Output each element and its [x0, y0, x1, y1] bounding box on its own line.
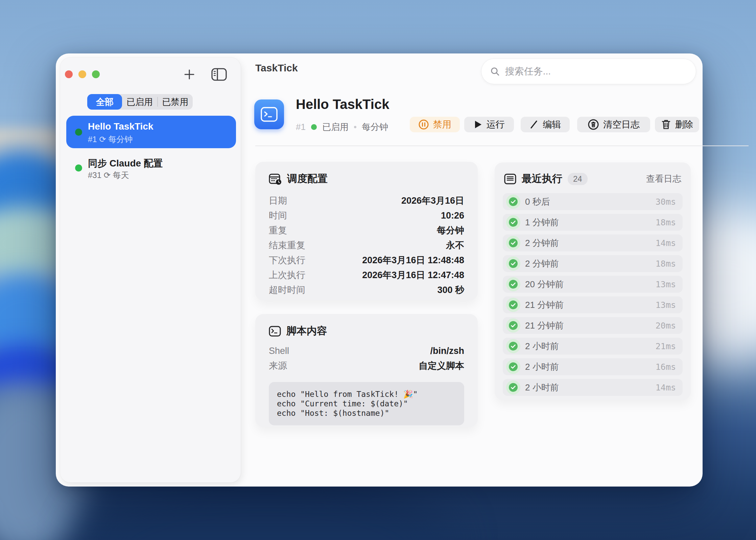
- execution-row[interactable]: 0 秒后 30ms: [503, 193, 683, 210]
- task-item-subtitle: #1 ⟳ 每分钟: [88, 134, 133, 145]
- add-task-button[interactable]: [182, 68, 197, 81]
- close-window-button[interactable]: [65, 70, 73, 78]
- task-status: 已启用: [322, 121, 349, 133]
- view-logs-link[interactable]: 查看日志: [646, 173, 681, 185]
- task-item-title: Hello TaskTick: [88, 121, 153, 132]
- row-value: 2026年3月16日: [401, 195, 464, 207]
- task-filter-segmented-control: 全部 已启用 已禁用: [87, 94, 193, 110]
- success-check-icon: [506, 277, 520, 291]
- execution-row[interactable]: 2 小时前 21ms: [503, 338, 683, 355]
- success-check-icon: [506, 195, 520, 209]
- executions-count-badge: 24: [568, 173, 588, 185]
- success-check-icon: [506, 256, 520, 271]
- run-button[interactable]: 运行: [464, 117, 514, 132]
- task-id: #1: [296, 122, 306, 132]
- execution-duration: 14ms: [656, 238, 676, 248]
- execution-time: 21 分钟前: [525, 320, 564, 332]
- task-app-icon: [254, 99, 284, 129]
- task-list-item-hello-tasktick[interactable]: Hello TaskTick #1 ⟳ 每分钟: [66, 116, 236, 148]
- execution-duration: 18ms: [656, 259, 676, 269]
- sidebar-icon: [211, 68, 227, 81]
- tab-enabled-label: 已启用: [126, 96, 153, 108]
- script-code-block: echo "Hello from TaskTick! 🎉" echo "Curr…: [269, 382, 464, 425]
- run-button-label: 运行: [487, 118, 505, 131]
- app-title: TaskTick: [255, 62, 298, 74]
- row-value: 10:26: [441, 210, 464, 221]
- success-check-icon: [506, 360, 520, 374]
- execution-row[interactable]: 21 分钟前 20ms: [503, 317, 683, 334]
- toggle-sidebar-button[interactable]: [210, 68, 228, 81]
- row-label: 时间: [269, 209, 287, 222]
- terminal-small-icon: [269, 326, 281, 337]
- terminal-icon: [260, 106, 278, 122]
- task-item-subtitle: #31 ⟳ 每天: [88, 170, 129, 181]
- execution-time: 0 秒后: [525, 196, 550, 208]
- tab-enabled[interactable]: 已启用: [122, 94, 157, 110]
- row-label: 日期: [269, 195, 287, 207]
- task-item-schedule: 每分钟: [108, 135, 133, 144]
- execution-row[interactable]: 2 分钟前 18ms: [503, 255, 683, 272]
- row-label: 上次执行: [269, 269, 305, 281]
- execution-duration: 20ms: [656, 321, 676, 331]
- row-value: 2026年3月16日 12:47:48: [362, 269, 464, 281]
- execution-row[interactable]: 1 分钟前 18ms: [503, 214, 683, 231]
- row-value: /bin/zsh: [430, 346, 465, 356]
- row-value: 300 秒: [437, 284, 464, 296]
- calendar-clock-icon: [269, 173, 282, 185]
- task-item-schedule: 每天: [113, 171, 129, 180]
- schedule-row: 上次执行2026年3月16日 12:47:48: [269, 268, 464, 283]
- edit-button[interactable]: 编辑: [521, 117, 570, 132]
- desktop: 全部 已启用 已禁用 Hello TaskTick #1 ⟳ 每分钟: [0, 0, 756, 540]
- task-schedule: 每分钟: [362, 121, 388, 133]
- schedule-card: 调度配置 日期2026年3月16日 时间10:26 重复每分钟 结束重复永不 下…: [255, 162, 478, 300]
- tab-disabled-label: 已禁用: [162, 96, 188, 108]
- status-dot: [75, 129, 82, 136]
- minimize-window-button[interactable]: [78, 70, 86, 78]
- schedule-row: 下次执行2026年3月16日 12:48:48: [269, 253, 464, 268]
- execution-time: 20 分钟前: [525, 278, 564, 290]
- execution-duration: 14ms: [656, 383, 676, 392]
- execution-time: 2 小时前: [525, 340, 559, 352]
- row-value: 每分钟: [437, 224, 464, 237]
- task-meta: #1 已启用 每分钟: [296, 121, 388, 133]
- script-row: Shell/bin/zsh: [269, 343, 464, 358]
- disable-button[interactable]: 禁用: [410, 117, 460, 132]
- execution-row[interactable]: 2 小时前 14ms: [503, 379, 683, 396]
- tab-all-label: 全部: [96, 96, 114, 108]
- execution-row[interactable]: 2 小时前 16ms: [503, 358, 683, 375]
- row-value: 2026年3月16日 12:48:48: [362, 254, 464, 266]
- execution-row[interactable]: 21 分钟前 13ms: [503, 296, 683, 313]
- search-field[interactable]: [481, 59, 696, 84]
- meta-separator: [354, 126, 356, 128]
- clear-logs-button-label: 清空日志: [603, 118, 640, 131]
- zoom-window-button[interactable]: [92, 70, 100, 78]
- execution-row[interactable]: 20 分钟前 13ms: [503, 276, 683, 293]
- disable-button-label: 禁用: [433, 118, 451, 131]
- trash-icon: [661, 119, 671, 130]
- task-list: Hello TaskTick #1 ⟳ 每分钟 同步 Claude 配置 #31…: [66, 116, 236, 187]
- schedule-card-title: 调度配置: [287, 172, 328, 186]
- schedule-row: 超时时间300 秒: [269, 283, 464, 297]
- search-input[interactable]: [504, 66, 687, 77]
- pencil-icon: [529, 120, 539, 129]
- tab-all[interactable]: 全部: [87, 94, 122, 110]
- script-card-header: 脚本内容: [269, 324, 464, 338]
- clear-logs-button[interactable]: 清空日志: [577, 117, 650, 132]
- schedule-row: 时间10:26: [269, 208, 464, 223]
- executions-card: 最近执行 24 查看日志 0 秒后 30ms 1 分钟前 18ms 2 分钟前: [495, 162, 691, 400]
- task-list-item-sync-claude[interactable]: 同步 Claude 配置 #31 ⟳ 每天: [66, 152, 236, 184]
- row-label: Shell: [269, 346, 289, 356]
- execution-duration: 30ms: [656, 197, 676, 207]
- execution-time: 2 分钟前: [525, 237, 559, 249]
- row-value: 永不: [446, 239, 464, 251]
- execution-duration: 13ms: [656, 279, 676, 289]
- success-check-icon: [506, 215, 520, 229]
- execution-row[interactable]: 2 分钟前 14ms: [503, 234, 683, 251]
- schedule-row: 重复每分钟: [269, 223, 464, 238]
- repeat-icon: ⟳: [99, 135, 106, 144]
- delete-button[interactable]: 删除: [655, 117, 699, 132]
- task-title: Hello TaskTick: [296, 97, 389, 112]
- header-divider: [255, 145, 749, 146]
- tab-disabled[interactable]: 已禁用: [158, 94, 193, 110]
- execution-duration: 18ms: [656, 218, 676, 227]
